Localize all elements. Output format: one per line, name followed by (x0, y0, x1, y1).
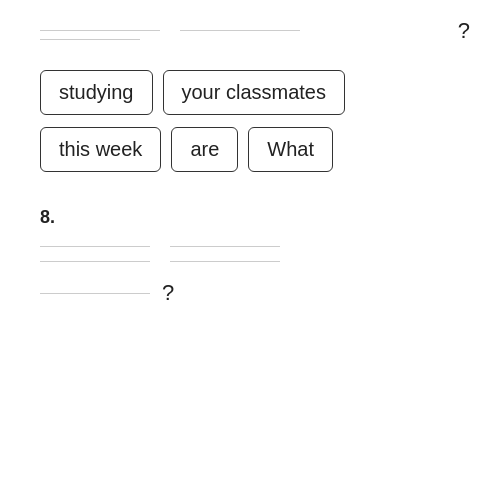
top-blank-3 (40, 39, 140, 40)
bottom-question-mark: ? (162, 280, 174, 306)
tile-what[interactable]: What (248, 127, 333, 172)
answer-blank-2 (170, 246, 280, 247)
top-blank-row-1 (40, 30, 460, 31)
top-question-mark: ? (458, 18, 470, 44)
bottom-row: ? (40, 280, 460, 306)
answer-area-8: ? (40, 246, 460, 306)
tiles-row-1: studying your classmates (40, 70, 460, 115)
answer-blank-5 (40, 293, 150, 294)
tile-this-week[interactable]: this week (40, 127, 161, 172)
answer-row-1 (40, 246, 460, 247)
top-blank-2 (180, 30, 300, 31)
word-tiles-section: studying your classmates this week are W… (40, 70, 460, 172)
top-blank-1 (40, 30, 160, 31)
answer-row-2 (40, 261, 460, 262)
tiles-row-2: this week are What (40, 127, 460, 172)
tile-your-classmates[interactable]: your classmates (163, 70, 346, 115)
tile-are[interactable]: are (171, 127, 238, 172)
top-answer-area: ? (40, 20, 460, 40)
question-8-number: 8. (40, 207, 460, 228)
tile-studying[interactable]: studying (40, 70, 153, 115)
answer-blank-4 (170, 261, 280, 262)
top-blank-row-2 (40, 39, 460, 40)
answer-blank-1 (40, 246, 150, 247)
question-8-section: 8. ? (40, 207, 460, 306)
page: ? studying your classmates this week are… (0, 0, 500, 500)
answer-blank-3 (40, 261, 150, 262)
